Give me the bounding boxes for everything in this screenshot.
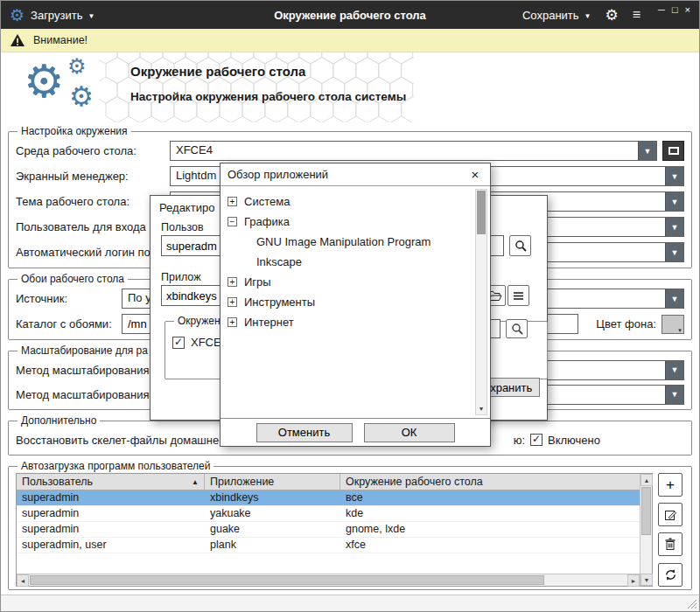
dialog-button-row: Отменить ОК [220,418,490,446]
scroll-down-icon[interactable]: ▼ [640,574,653,586]
check-icon: ✓ [532,434,541,444]
desktop-env-combobox[interactable]: XFCE4 ▼ [170,141,657,161]
xfce4-checkbox[interactable]: ✓ [172,337,185,349]
load-menu-button[interactable]: Загрузить ▼ [31,9,94,22]
table-header: Пользователь ▲ Приложение Окружение рабо… [17,474,640,490]
column-header-env[interactable]: Окружение рабочего стола [340,474,640,490]
tree-item-inkscape[interactable]: Inkscape [228,252,471,272]
edit-button[interactable] [658,503,682,526]
scrollbar-track[interactable] [640,486,652,574]
check-icon: ✓ [174,337,183,347]
skeleton-label-end: ю: [514,434,525,447]
sort-ascending-icon: ▲ [188,478,199,486]
chevron-down-icon[interactable]: ▼ [665,192,683,211]
delete-button[interactable] [658,532,682,556]
scroll-up-icon[interactable]: ▲ [640,474,653,486]
wallpaper-source-label: Источник: [16,292,116,305]
table-row[interactable]: superadmin xbindkeys все [17,490,640,506]
save-menu-button[interactable]: Сохранить ▼ [522,9,592,22]
tree-item-internet[interactable]: + Интернет [228,312,471,332]
tree-item-games[interactable]: + Игры [228,272,471,292]
application-tree: + Система − Графика GNU Image Manipulati… [220,186,490,418]
env-search-button[interactable] [506,319,528,338]
scroll-left-icon[interactable]: ◄ [17,574,29,587]
refresh-icon [664,568,677,581]
table-cell: plank [205,538,340,553]
scroll-right-icon[interactable]: ► [627,574,640,587]
app-browse-button[interactable] [508,285,529,306]
table-row[interactable]: superadmin, user plank xfce [17,538,640,553]
chevron-down-icon[interactable]: ▼ [665,289,683,308]
chevron-down-icon[interactable]: ▼ [665,386,683,404]
collapse-icon[interactable]: − [228,217,237,226]
table-cell: xfce [340,538,640,553]
tree-item-label: Inkscape [256,255,302,268]
tree-item-label: GNU Image Manipulation Program [256,235,430,248]
tree-item-graphics[interactable]: − Графика [228,212,471,232]
background-color-picker[interactable]: ▼ [662,315,684,334]
form-row: Среда рабочего стола: XFCE4 ▼ [16,138,684,163]
tree-item-label: Система [244,195,290,208]
column-header-label: Приложение [210,476,274,488]
environments-legend: Окружен [174,315,224,327]
add-button[interactable]: + [658,473,682,497]
column-header-user[interactable]: Пользователь ▲ [17,474,205,490]
tree-item-label: Инструменты [244,296,315,309]
user-field-label: Пользов [161,221,204,233]
gear-icon: ⚙ [67,56,87,77]
tree-item-system[interactable]: + Система [228,191,471,212]
wallpaper-legend: Обои рабочего стола [18,273,128,285]
horizontal-scrollbar[interactable]: ◄ ► [17,574,640,586]
close-icon[interactable]: × [467,167,483,182]
scrollbar-thumb[interactable] [641,487,651,535]
page-title: Окружение рабочего стола [130,64,406,79]
resize-grip[interactable] [686,598,697,609]
table-row[interactable]: superadmin guake gnome, lxde [17,522,640,538]
chevron-down-icon[interactable]: ▼ [665,167,683,185]
window-controls: ─ □ × [658,5,690,15]
close-button[interactable]: × [685,5,690,15]
desktop-env-value: XFCE4 [171,142,638,160]
table-row[interactable]: superadmin yakuake kde [17,506,640,522]
expand-icon[interactable]: + [228,297,237,307]
expand-icon[interactable]: + [228,197,237,206]
hamburger-menu-icon[interactable]: ≡ [633,8,640,22]
chevron-down-icon: ▼ [584,12,592,20]
scrollbar-thumb[interactable] [30,575,544,585]
wallpaper-catalog-label: Каталог с обоями: [16,317,116,330]
table-cell: superadmin [17,490,205,505]
autostart-legend: Автозагрузка программ пользователей [18,460,214,472]
application-browser-dialog: Обзор приложений × + Система − Графика G… [220,163,491,447]
chevron-down-icon[interactable]: ▼ [665,218,683,236]
additional-legend: Дополнительно [18,414,100,427]
table-cell: guake [205,522,340,537]
refresh-button[interactable] [658,563,682,587]
tree-item-gimp[interactable]: GNU Image Manipulation Program [228,232,471,252]
cancel-button[interactable]: Отменить [256,423,353,442]
enabled-checkbox[interactable]: ✓ [530,434,542,446]
chevron-down-icon[interactable]: ▼ [665,243,683,261]
chevron-down-icon[interactable]: ▼ [638,142,656,160]
minimize-button[interactable]: ─ [658,5,665,15]
tree-item-label: Игры [244,275,271,289]
maximize-button[interactable]: □ [672,5,678,15]
expand-icon[interactable]: + [228,317,237,327]
vertical-scrollbar[interactable]: ▼ [475,189,487,415]
scrollbar-thumb[interactable] [477,191,486,234]
scrollbar-track[interactable] [29,574,627,586]
scroll-down-icon[interactable]: ▼ [476,403,486,414]
vertical-scrollbar[interactable]: ▲ ▼ [640,474,652,586]
app-logo-gears: ⚙ ⚙ ⚙ [24,54,120,121]
settings-gear-icon[interactable]: ⚙ [606,8,619,23]
tree-item-tools[interactable]: + Инструменты [228,292,471,312]
chevron-down-icon[interactable]: ▼ [665,361,683,379]
app-field-label: Прилож [161,271,201,283]
autostart-group: Автозагрузка программ пользователей Поль… [8,460,692,590]
desktop-env-options-button[interactable] [662,141,684,161]
gear-icon: ⚙ [69,83,94,110]
plus-icon: + [666,476,675,494]
expand-icon[interactable]: + [228,277,237,287]
ok-button[interactable]: ОК [364,423,455,442]
user-search-button[interactable] [509,235,531,256]
column-header-app[interactable]: Приложение [205,474,340,490]
